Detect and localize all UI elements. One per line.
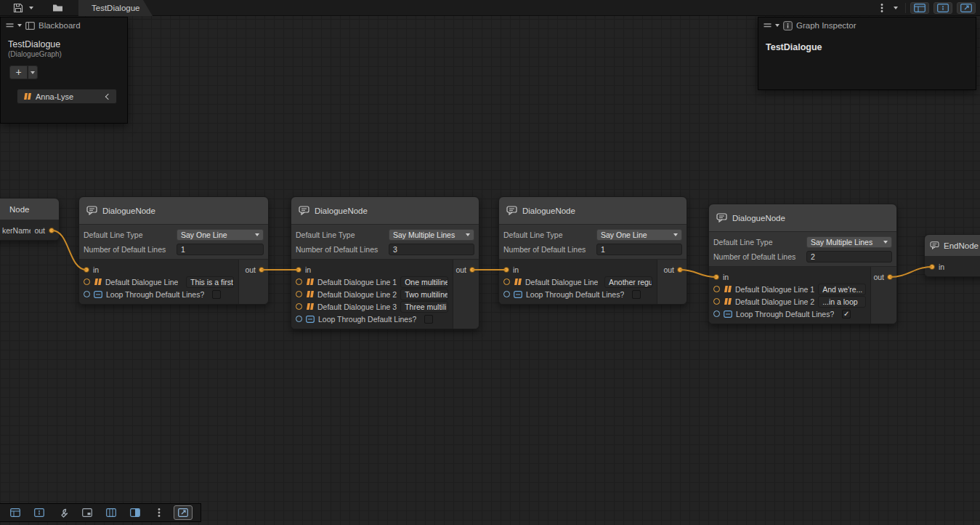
- dialogue-node-3[interactable]: DialogueNode Default Line Type Say One L…: [498, 196, 687, 305]
- loop-port[interactable]: [713, 310, 720, 317]
- loop-icon: [94, 291, 102, 298]
- window-icon: [82, 508, 92, 517]
- toggle-inspector-button[interactable]: [934, 2, 952, 14]
- toolbar-menu-dropdown-button[interactable]: [891, 0, 901, 16]
- inspector-graph-name: TestDialogue: [766, 42, 976, 52]
- open-asset-button[interactable]: [49, 0, 66, 16]
- dialogue-line-field[interactable]: One multiline: [400, 276, 448, 288]
- field-value: Three multili: [405, 302, 446, 311]
- dock-blackboard-button[interactable]: [6, 505, 25, 520]
- node-title-bar[interactable]: DialogueNode: [79, 197, 268, 225]
- dock-inspector-button[interactable]: [30, 505, 49, 520]
- dialogue-node-icon: [716, 213, 727, 223]
- dialogue-line-field[interactable]: Three multili: [400, 301, 448, 313]
- line-port[interactable]: [713, 298, 720, 305]
- line-port[interactable]: [296, 291, 302, 297]
- out-port[interactable]: [469, 267, 475, 273]
- dock-panels-button[interactable]: [102, 505, 121, 520]
- dock-minimap-button[interactable]: [78, 505, 97, 520]
- field-name: Anna-Lyse: [36, 92, 73, 101]
- graph-inspector-panel[interactable]: Graph Inspector TestDialogue: [758, 17, 976, 90]
- loop-port[interactable]: [84, 291, 90, 297]
- num-lines-field[interactable]: 2: [806, 251, 892, 262]
- node-title-bar[interactable]: Node: [0, 199, 59, 220]
- add-field-button[interactable]: +: [9, 65, 28, 79]
- out-port[interactable]: [49, 228, 54, 233]
- toggle-blackboard-button[interactable]: [910, 2, 929, 14]
- node-outputs: out: [453, 260, 479, 329]
- num-lines-field[interactable]: 3: [389, 244, 474, 255]
- dock-preview-toggle-button[interactable]: [126, 505, 145, 520]
- collapse-caret-icon[interactable]: [775, 24, 779, 27]
- line-port[interactable]: [296, 303, 302, 310]
- line-port[interactable]: [713, 286, 720, 292]
- dialogue-line-field[interactable]: And we're...: [818, 284, 866, 295]
- out-port[interactable]: [887, 274, 893, 280]
- dialogue-line-field[interactable]: ...in a loop: [818, 296, 866, 308]
- dialogue-line-field[interactable]: Another regu: [604, 276, 652, 288]
- end-node[interactable]: EndNode in: [924, 234, 980, 277]
- node-title-bar[interactable]: DialogueNode: [499, 197, 687, 225]
- dialogue-line-field[interactable]: This is a first: [186, 276, 234, 288]
- line-type-dropdown[interactable]: Say One Line: [596, 229, 682, 241]
- loop-icon: [724, 310, 732, 318]
- dialogue-node-2[interactable]: DialogueNode Default Line Type Say Multi…: [291, 196, 479, 329]
- drag-handle-icon: [764, 23, 772, 28]
- line-type-dropdown[interactable]: Say Multiple Lines: [389, 229, 474, 241]
- loop-checkbox[interactable]: [212, 290, 221, 299]
- save-icon: [13, 3, 23, 13]
- toolbar-menu-button[interactable]: [878, 0, 886, 16]
- in-port[interactable]: [929, 264, 935, 270]
- blackboard-panel[interactable]: Blackboard TestDialogue (DialogueGraph) …: [0, 17, 128, 124]
- dropdown-value: Say One Line: [601, 231, 647, 239]
- out-port[interactable]: [259, 267, 264, 273]
- line-port[interactable]: [296, 278, 302, 285]
- save-dropdown-button[interactable]: [26, 0, 36, 16]
- blackboard-field-anna-lyse[interactable]: Anna-Lyse: [17, 89, 117, 104]
- node-inputs: in Default Dialogue Line 1 And we're...: [709, 267, 870, 324]
- chevron-left-icon[interactable]: [105, 93, 111, 99]
- folder-icon: [52, 4, 63, 12]
- line-label: Default Dialogue Line: [525, 278, 598, 286]
- line-type-dropdown[interactable]: Say One Line: [177, 229, 264, 241]
- collapse-caret-icon[interactable]: [17, 24, 22, 27]
- loop-port[interactable]: [503, 291, 510, 297]
- node-title-bar[interactable]: DialogueNode: [709, 204, 896, 232]
- toggle-preview-button[interactable]: [957, 2, 976, 14]
- in-port[interactable]: [84, 267, 89, 273]
- node-title-bar[interactable]: DialogueNode: [291, 197, 479, 225]
- speaker-node-partial[interactable]: Node kerName out: [0, 198, 60, 241]
- loop-port[interactable]: [296, 316, 302, 322]
- dialogue-node-1[interactable]: DialogueNode Default Line Type Say One L…: [78, 196, 269, 305]
- node-title-bar[interactable]: EndNode: [925, 235, 980, 257]
- save-button[interactable]: [10, 0, 26, 16]
- dock-open-window-button[interactable]: [174, 505, 193, 520]
- node-properties: Default Line Type Say One Line Number of…: [499, 225, 687, 260]
- loop-checkbox[interactable]: ✓: [842, 310, 851, 318]
- node-outputs: out: [870, 267, 896, 324]
- num-lines-field[interactable]: 1: [596, 244, 682, 255]
- bottom-dock: [0, 503, 201, 522]
- graph-tab[interactable]: TestDialogue: [78, 0, 153, 16]
- loop-checkbox[interactable]: [632, 290, 641, 299]
- out-port[interactable]: [677, 267, 683, 273]
- blackboard-header[interactable]: Blackboard: [1, 17, 127, 33]
- dock-menu-button[interactable]: [150, 505, 169, 520]
- prop-label: Default Line Type: [296, 231, 386, 239]
- in-port[interactable]: [296, 267, 301, 273]
- line-port[interactable]: [503, 278, 510, 285]
- in-port[interactable]: [503, 267, 509, 273]
- add-field-dropdown-button[interactable]: [28, 65, 38, 79]
- loop-checkbox[interactable]: [424, 315, 433, 324]
- line-port[interactable]: [84, 278, 90, 285]
- in-port[interactable]: [713, 274, 719, 280]
- line-type-dropdown[interactable]: Say Multiple Lines: [806, 236, 892, 248]
- quote-icon: [306, 291, 314, 297]
- num-lines-field[interactable]: 1: [177, 244, 264, 255]
- dialogue-node-4[interactable]: DialogueNode Default Line Type Say Multi…: [708, 204, 897, 324]
- graph-inspector-header[interactable]: Graph Inspector: [758, 17, 976, 33]
- box-arrow-icon: [178, 508, 188, 517]
- port-label: in: [939, 262, 944, 271]
- dock-settings-button[interactable]: [54, 505, 73, 520]
- dialogue-line-field[interactable]: Two multiline: [400, 289, 448, 300]
